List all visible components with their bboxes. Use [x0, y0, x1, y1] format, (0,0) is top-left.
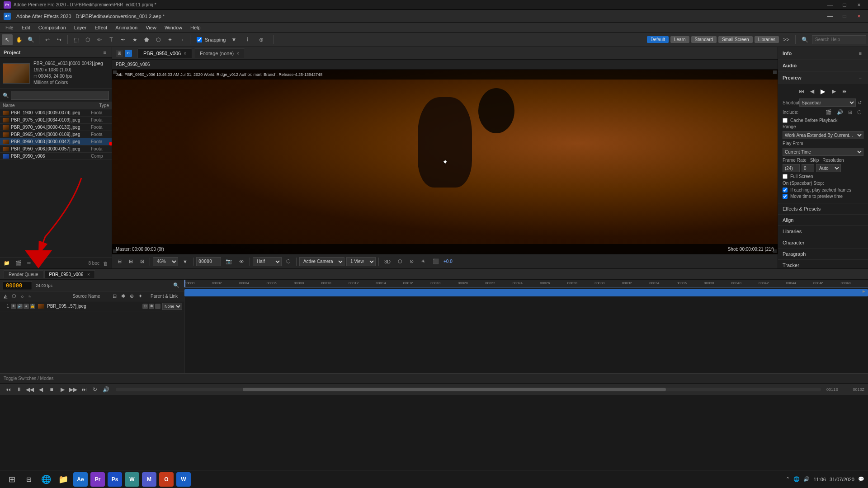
viewer-pixel[interactable]: ⬡	[395, 258, 405, 265]
tool-undo[interactable]: ↩	[42, 34, 53, 45]
menu-layer[interactable]: Layer	[71, 24, 90, 31]
tool-redo[interactable]: ↪	[54, 34, 65, 45]
layer-row-1[interactable]: 1 👁 🔊 ● 🔒 PBR_095...57].jpeg ⊟ ✱ None	[0, 301, 184, 311]
frame-rate-input[interactable]	[783, 164, 800, 172]
menu-effect[interactable]: Effect	[91, 24, 111, 31]
file-item-2[interactable]: PBR_0970_v004.[0000-0130].jpeg Foota	[0, 124, 112, 131]
taskbar-w[interactable]: W	[176, 472, 191, 487]
full-screen-checkbox[interactable]	[783, 174, 788, 179]
workspace-small-screen[interactable]: Small Screen	[718, 36, 752, 43]
workspace-libraries[interactable]: Libraries	[755, 36, 779, 43]
new-folder-btn[interactable]: 📁	[2, 259, 12, 267]
taskbar-explorer[interactable]: 📁	[56, 472, 71, 487]
layer-mode-select[interactable]: None	[162, 303, 182, 310]
timeline-scroll-thumb[interactable]	[243, 388, 666, 391]
transport-stop[interactable]: ■	[47, 385, 56, 394]
tool-puppet[interactable]: ✦	[165, 34, 175, 45]
align-link[interactable]: Align	[778, 215, 868, 226]
premiere-minimize[interactable]: —	[825, 0, 835, 10]
motion-paths[interactable]: ⌇	[242, 34, 253, 45]
tab-composition[interactable]: PBR_0950_v006 ×	[137, 48, 192, 58]
paragraph-link[interactable]: Paragraph	[778, 249, 868, 260]
viewer-region[interactable]: ⊟	[115, 258, 124, 265]
viewer-zoom-btn[interactable]: ▼	[180, 258, 190, 265]
tool-roto[interactable]: ⬡	[153, 34, 164, 45]
new-composition-btn[interactable]: 🎬	[14, 259, 24, 267]
taskbar-start[interactable]: ⊞	[5, 472, 19, 487]
tool-text[interactable]: T	[106, 34, 117, 45]
range-select[interactable]: Work Area Extended By Current...	[783, 131, 863, 139]
viewer-camera-select[interactable]: Active Camera	[299, 257, 344, 266]
project-panel-menu[interactable]: ≡	[102, 49, 108, 56]
project-search-input[interactable]	[11, 91, 109, 100]
skip-input[interactable]	[802, 164, 814, 172]
preview-play[interactable]: ▶	[819, 87, 828, 96]
snapping-checkbox[interactable]	[197, 37, 202, 42]
viewer-quality-select[interactable]: Half Full Quarter	[253, 257, 282, 266]
transport-back-10[interactable]: ◀◀	[25, 385, 34, 394]
layer-switch-2[interactable]: ✱	[149, 304, 154, 309]
file-item-5[interactable]: PBR_0950_v006.[0000-0057].jpeg Foota	[0, 145, 112, 153]
taskbar-pr[interactable]: Pr	[90, 472, 105, 487]
preview-frame-fwd[interactable]: ▶	[830, 87, 839, 96]
viewer-grid[interactable]: ⊞	[126, 258, 136, 265]
layer-bar-1[interactable]	[184, 289, 868, 296]
align-3d[interactable]: ⊕	[256, 34, 267, 45]
preview-expand[interactable]: ≡	[857, 74, 863, 81]
tab-footage[interactable]: Footage (none) ×	[194, 48, 245, 58]
viewer-fast-preview[interactable]: ⬡	[283, 258, 293, 265]
move-time-checkbox[interactable]	[783, 194, 788, 199]
ae-maximize[interactable]: □	[839, 11, 850, 22]
transport-fwd-10[interactable]: ⏭	[80, 385, 89, 394]
tool-paint[interactable]: ✒	[118, 34, 128, 45]
viewer-show-snapshot[interactable]: 👁	[236, 258, 247, 265]
resolution-select[interactable]: Auto Full Half	[816, 164, 841, 172]
comp-timeline-tab[interactable]: PBR_0950_v006 ×	[44, 270, 95, 278]
taskbar-edge[interactable]: 🌐	[39, 472, 53, 487]
tracker-link[interactable]: Tracker	[778, 260, 868, 271]
taskbar-ae[interactable]: Ae	[73, 472, 88, 487]
tool-ellipse[interactable]: ⬡	[82, 34, 93, 45]
include-video[interactable]: 🎬	[824, 108, 834, 116]
viewer-view-select[interactable]: 1 View 2 Views 4 Views	[346, 257, 376, 266]
layer-switch-1[interactable]: ⊟	[142, 304, 148, 309]
new-item-btn[interactable]: ✏	[25, 259, 33, 267]
sw4[interactable]: ✦	[137, 292, 144, 300]
effects-presets-link[interactable]: Effects & Presets	[778, 203, 868, 215]
workspace-more[interactable]: >>	[781, 34, 792, 45]
workspace-learn[interactable]: Learn	[670, 36, 689, 43]
delete-btn[interactable]: 🗑	[101, 260, 110, 267]
hide-shy[interactable]: ◭	[2, 292, 9, 300]
layer-audio[interactable]: 🔊	[17, 304, 23, 309]
tool-eraser[interactable]: ⬟	[141, 34, 152, 45]
workspace-standard[interactable]: Standard	[691, 36, 717, 43]
timeline-search[interactable]: 🔍	[171, 282, 181, 289]
viewer-channels[interactable]: ⬛	[430, 258, 442, 265]
taskbar-teams[interactable]: M	[142, 472, 156, 487]
snapping-options[interactable]: ▼	[229, 34, 240, 45]
tool-hand[interactable]: ✋	[14, 34, 24, 45]
transport-pause[interactable]: ⏸	[14, 385, 24, 394]
menu-edit[interactable]: Edit	[18, 24, 34, 31]
preview-frame-back[interactable]: ◀	[808, 87, 817, 96]
tab-comp-close[interactable]: ×	[184, 51, 186, 56]
sw1[interactable]: ⊟	[111, 292, 118, 300]
comp-timeline-close[interactable]: ×	[87, 272, 90, 277]
search-help-input[interactable]	[812, 35, 866, 44]
tool-select[interactable]: ↖	[2, 34, 13, 45]
enable-motion-blur[interactable]: ○	[19, 292, 26, 300]
transport-skip-back[interactable]: ⏮	[4, 385, 13, 394]
transport-frame-fwd[interactable]: ▶▶	[69, 385, 78, 394]
menu-animation[interactable]: Animation	[112, 24, 141, 31]
enable-frame-blending[interactable]: ⬡	[10, 292, 18, 300]
taskbar-warp[interactable]: W	[125, 472, 139, 487]
ae-minimize[interactable]: —	[825, 11, 835, 22]
file-item-4[interactable]: PBR_0960_v003.[0000-0042].jpeg Foota	[0, 138, 112, 145]
workspace-default[interactable]: Default	[647, 36, 669, 43]
tool-clone[interactable]: ★	[129, 34, 140, 45]
transport-loop[interactable]: ↻	[90, 385, 99, 394]
viewer-3d[interactable]: 3D	[382, 258, 393, 265]
info-expand[interactable]: ≡	[857, 50, 863, 57]
viewer-zoom-select[interactable]: 46% 100% 50% 25%	[153, 257, 178, 266]
file-item-3[interactable]: PBR_0965_v004.[0000-0109].jpeg Foota	[0, 131, 112, 138]
